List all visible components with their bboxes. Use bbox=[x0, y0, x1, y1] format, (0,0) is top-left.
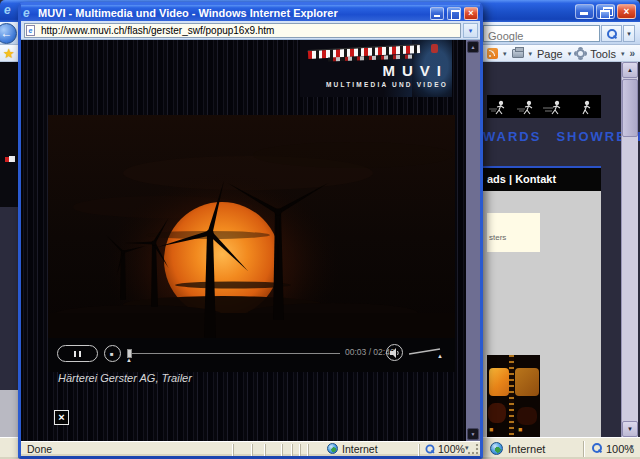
seek-marker-icon: ▲ bbox=[126, 357, 132, 363]
ie-logo-icon: e bbox=[23, 7, 35, 19]
page-favicon-icon: e bbox=[26, 25, 35, 36]
zoom-level[interactable]: 100% bbox=[438, 443, 465, 455]
popup-minimize-button[interactable] bbox=[430, 7, 444, 20]
page-header-fragment bbox=[0, 62, 18, 207]
page-body-fragment bbox=[0, 390, 18, 437]
stop-button[interactable]: ■ bbox=[104, 345, 121, 362]
print-dropdown-icon[interactable]: ▾ bbox=[529, 50, 533, 58]
minimize-button[interactable] bbox=[575, 4, 594, 19]
stop-icon: ■ bbox=[110, 351, 114, 357]
scrollbar-thumb[interactable] bbox=[622, 79, 638, 137]
film-sprockets bbox=[509, 355, 514, 437]
close-button[interactable]: × bbox=[617, 4, 636, 19]
player-close-button[interactable]: × bbox=[54, 410, 69, 425]
zoom-icon bbox=[426, 445, 435, 454]
status-text: Done bbox=[27, 443, 52, 455]
favorites-star-icon[interactable]: ★ bbox=[3, 46, 15, 61]
popup-window-title: MUVI - Multimedia und Video - Windows In… bbox=[38, 6, 427, 21]
background-scrollbar[interactable]: ▲ ▼ bbox=[621, 62, 638, 437]
internet-zone-globe-icon bbox=[490, 442, 503, 455]
address-dropdown-button[interactable]: ▾ bbox=[463, 23, 478, 38]
runner-filmstrip-image bbox=[487, 95, 601, 118]
popup-address-bar: http://www.muvi.ch/flash/gerster_swf/pop… bbox=[21, 21, 480, 40]
mute-button[interactable] bbox=[386, 344, 403, 361]
scroll-down-button[interactable]: ▼ bbox=[622, 421, 638, 437]
film-frame bbox=[515, 368, 539, 396]
search-box[interactable] bbox=[483, 25, 600, 42]
popup-close-button[interactable]: × bbox=[464, 7, 478, 20]
gear-icon[interactable] bbox=[576, 49, 585, 58]
zone-label: Internet bbox=[508, 443, 545, 455]
speaker-icon bbox=[390, 348, 400, 358]
search-input[interactable] bbox=[484, 29, 599, 44]
popup-maximize-button[interactable] bbox=[447, 7, 461, 20]
scroll-down-button[interactable]: ▼ bbox=[467, 428, 479, 440]
ie-logo-icon: e bbox=[4, 4, 16, 16]
logo-fragment-white bbox=[9, 156, 15, 162]
page-content-panel: sters ■ ■ bbox=[483, 191, 601, 437]
nav-link-awards[interactable]: WARDS bbox=[483, 129, 541, 145]
video-display[interactable] bbox=[48, 115, 455, 338]
back-arrow-icon: ← bbox=[1, 26, 13, 40]
video-caption: Härterei Gerster AG, Trailer bbox=[58, 372, 192, 384]
pause-button[interactable] bbox=[57, 345, 98, 362]
scroll-up-button[interactable]: ▲ bbox=[622, 62, 638, 78]
zoom-dropdown-icon[interactable]: ▾ bbox=[630, 443, 634, 451]
page-menu-button[interactable]: Page bbox=[537, 48, 563, 60]
popup-player-window: e MUVI - Multimedia und Video - Windows … bbox=[18, 2, 483, 459]
popup-statusbar: Done Internet 100% ▾ bbox=[21, 441, 480, 456]
status-divider bbox=[583, 441, 584, 457]
internet-zone-globe-icon bbox=[327, 443, 338, 454]
screen: e × ← ▾ ★ ▾ ▾ Page ▾ Tools ▾ » bbox=[0, 0, 640, 459]
page-dropdown-icon[interactable]: ▾ bbox=[568, 50, 572, 58]
zone-label: Internet bbox=[342, 443, 378, 455]
film-texture bbox=[517, 407, 537, 425]
rss-icon[interactable] bbox=[487, 48, 498, 59]
tools-dropdown-icon[interactable]: ▾ bbox=[621, 50, 625, 58]
popup-scrollbar[interactable]: ▲ ▼ bbox=[466, 40, 480, 441]
address-input[interactable]: http://www.muvi.ch/flash/gerster_swf/pop… bbox=[24, 23, 461, 38]
kontakt-bar[interactable]: ads | Kontakt bbox=[483, 166, 601, 191]
popup-page-content: MUVI MULTIMEDIA UND VIDEO bbox=[21, 40, 480, 441]
resize-grip[interactable] bbox=[468, 444, 480, 456]
volume-marker-icon: ▲ bbox=[437, 353, 443, 359]
windmill-sunset-frame bbox=[48, 115, 455, 338]
logo-tagline: MULTIMEDIA UND VIDEO bbox=[318, 81, 448, 88]
content-card[interactable]: sters bbox=[487, 213, 540, 252]
logo-brand-text: MUVI bbox=[358, 62, 448, 79]
muvi-logo: MUVI MULTIMEDIA UND VIDEO bbox=[300, 40, 452, 97]
restore-button[interactable] bbox=[596, 4, 615, 19]
toolbar-overflow-chevron[interactable]: » bbox=[629, 48, 635, 59]
zoom-icon bbox=[592, 443, 602, 453]
film-texture bbox=[488, 403, 506, 423]
film-frame bbox=[489, 368, 509, 396]
scroll-up-button[interactable]: ▲ bbox=[467, 41, 479, 53]
pause-bar-icon bbox=[79, 351, 81, 357]
search-options-dropdown[interactable]: ▾ bbox=[623, 25, 635, 42]
logo-red-mark bbox=[431, 44, 438, 53]
runner-figures-icon bbox=[487, 95, 601, 118]
tools-menu-button[interactable]: Tools bbox=[590, 48, 616, 60]
film-edge-number: ■ bbox=[518, 426, 522, 433]
print-icon[interactable] bbox=[512, 49, 524, 58]
rss-dropdown-icon[interactable]: ▾ bbox=[503, 50, 507, 58]
popup-titlebar[interactable]: e MUVI - Multimedia und Video - Windows … bbox=[21, 5, 480, 21]
search-icon bbox=[607, 29, 617, 39]
command-bar-buttons: ▾ ▾ Page ▾ Tools ▾ » bbox=[487, 46, 637, 61]
seek-bar[interactable] bbox=[128, 353, 340, 354]
film-thumbnail-image[interactable]: ■ ■ bbox=[487, 355, 540, 437]
film-edge-number: ■ bbox=[489, 426, 493, 433]
pause-bar-icon bbox=[74, 351, 76, 357]
site-nav-row: WARDS SHOWREEL bbox=[483, 129, 640, 145]
search-go-button[interactable] bbox=[601, 25, 622, 42]
